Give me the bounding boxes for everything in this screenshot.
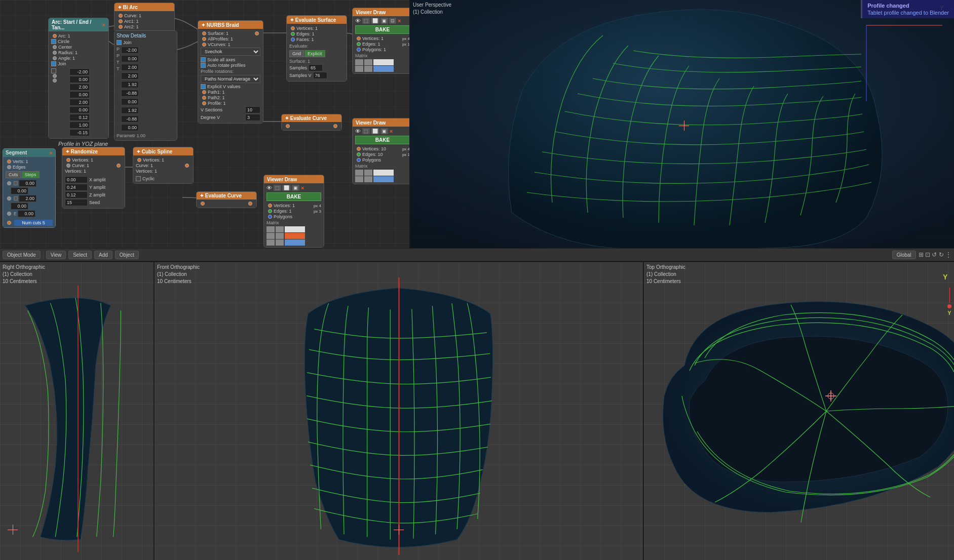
add-btn[interactable]: Add: [94, 251, 112, 259]
top-ortho-scene: Y: [644, 262, 954, 560]
svechok-select[interactable]: Svechok: [201, 48, 260, 56]
viewport-3d-main[interactable]: User Perspective (1) Collection Y Profil…: [410, 0, 954, 248]
viewport-front-ortho[interactable]: Front Orthographic (1) Collection 10 Cen…: [155, 262, 644, 560]
explicit-btn[interactable]: Explicit: [304, 50, 325, 57]
toolbar-icons: ⊞ ⊡ ↺ ↻ ⋮: [919, 251, 951, 258]
node-segment[interactable]: Segment × Verts: 1 Edges Cuts Steps: [3, 148, 56, 228]
main-toolbar[interactable]: Object Mode View Select Add Object Globa…: [0, 248, 954, 261]
eval-surface-header: ✦ Evaluate Surface ×: [287, 16, 347, 24]
front-ortho-scene: [155, 262, 643, 560]
arc-circle-row: Circle: [51, 39, 106, 44]
arc-values: -2.00 0.00 2.00 0.00 2.00 0.00 0.12 1.00…: [51, 68, 106, 137]
x-amplit-input[interactable]: [65, 176, 88, 183]
viewer-draw-2-header: Viewer Draw ×: [353, 118, 410, 127]
swatch-4: [355, 66, 363, 72]
cubic-spline-header: ✦ Cubic Spline ×: [133, 147, 193, 155]
num-cuts-display: Num cuts 5: [14, 220, 53, 226]
node-evaluate-curve[interactable]: ✦ Evaluate Curve: [281, 114, 342, 131]
scale-axes-check[interactable]: [201, 57, 206, 62]
viewport-top-ortho[interactable]: Y Top Orthographic (1) Collection 10 Cen…: [644, 262, 954, 560]
segment-header: Segment ×: [3, 149, 55, 157]
show-details-body: Show Details Join P P T T -2.00 0.00: [115, 31, 177, 140]
samples-input[interactable]: [309, 64, 323, 71]
swatch-1: [355, 59, 363, 65]
node-cubic-spline[interactable]: ✦ Cubic Spline × Vertices: 1 Curve: 1 Ve…: [133, 147, 194, 184]
node-show-details[interactable]: Show Details Join P P T T -2.00 0.00: [114, 30, 177, 141]
svg-text:Y: Y: [943, 273, 948, 281]
viewer-draw-3-header: Viewer Draw ×: [264, 175, 324, 183]
eval-curve-bottom-body: [197, 199, 256, 208]
bi-arc-body: Curve: 1 Arc1: 1 Arc2: 1: [115, 11, 174, 31]
x-axis-dot: [947, 304, 951, 308]
viewport-right-ortho[interactable]: Right Orthographic (1) Collection 10 Cen…: [0, 262, 155, 560]
arc-radius-row: Radius: 1: [51, 50, 106, 55]
param-label: Parametr 1.00: [117, 133, 175, 138]
arc-angle-row: Angle: 1: [51, 56, 106, 61]
z-amplit-input[interactable]: [65, 191, 88, 198]
bottom-section: Right Orthographic (1) Collection 10 Cen…: [0, 261, 954, 560]
object-btn[interactable]: Object: [115, 251, 139, 259]
node-nurbs-braid[interactable]: ✦ NURBS Braid × Surface: 1 AllProfiles: …: [198, 20, 263, 124]
cuts-btn[interactable]: Cuts: [6, 171, 21, 178]
degree-v-input[interactable]: [245, 114, 260, 121]
swatch-6: [373, 66, 394, 72]
grid-btn[interactable]: Grid: [289, 50, 304, 57]
swatch-3: [373, 59, 394, 65]
node-editor[interactable]: Arc: Start / End / Tan... × Arc: 1 Circl…: [0, 0, 410, 248]
node-eval-curve-bottom[interactable]: ✦ Evaluate Curve: [196, 191, 257, 208]
arc-node-header: Arc: Start / End / Tan... ×: [49, 18, 108, 31]
node-viewer-draw-3[interactable]: Viewer Draw × 👁 ⬚ ⬜ ▣ × BAKE: [263, 175, 324, 248]
viewer-draw-3-body: 👁 ⬚ ⬜ ▣ × BAKE Vertices: 1 px 4: [264, 183, 324, 247]
node-bi-arc[interactable]: ✦ Bi Arc × Curve: 1 Arc1: 1 Arc2: 1: [114, 3, 175, 32]
main-container: Arc: Start / End / Tan... × Arc: 1 Circl…: [0, 0, 954, 560]
right-ortho-scene: [0, 262, 154, 560]
node-arc-start[interactable]: Arc: Start / End / Tan... × Arc: 1 Circl…: [48, 18, 109, 139]
method-select[interactable]: Paths Normal Average: [201, 75, 260, 83]
swatch-5: [364, 66, 372, 72]
auto-rotate-check[interactable]: [201, 63, 206, 68]
randomize-header: ✦ Randomize ×: [62, 147, 125, 155]
viewer-draw-2-body: 👁 ⬚ ⬜ ▣ × BAKE Vertices: 10 px 4: [353, 127, 410, 184]
select-btn[interactable]: Select: [68, 251, 92, 259]
evaluate-buttons: Grid Explicit: [289, 50, 344, 57]
eval-curve-header: ✦ Evaluate Curve: [282, 114, 341, 122]
nurbs-braid-header: ✦ NURBS Braid ×: [198, 21, 263, 29]
axis-widget: Y: [947, 288, 951, 316]
bake-btn-2[interactable]: BAKE: [355, 136, 410, 144]
viewer-draw-1-header: Viewer Draw ×: [353, 8, 410, 16]
v-sections-input[interactable]: [245, 106, 260, 113]
segment-body: Verts: 1 Edges Cuts Steps 0.00: [3, 157, 55, 227]
object-mode-btn[interactable]: Object Mode: [3, 251, 41, 259]
profile-rot-label: Profile rotations:: [201, 69, 260, 74]
arc-row-1: Arc: 1: [51, 33, 106, 38]
socket-arc: [53, 34, 57, 38]
viewer-draw-1-body: 👁 ⬚ ⬜ ▣ ⊡ × BAKE Vertices: 1 px 4: [353, 16, 410, 73]
seed-input[interactable]: [65, 199, 88, 206]
explicit-v-check[interactable]: [201, 84, 206, 89]
view-btn[interactable]: View: [46, 251, 66, 259]
cuts-steps-pair: Cuts Steps: [6, 171, 53, 178]
global-btn[interactable]: Global: [892, 251, 916, 259]
right-ortho-crosshair: [8, 525, 18, 535]
arc-center-row: Center: [51, 45, 106, 50]
y-amplit-input[interactable]: [65, 184, 88, 191]
bake-btn-3[interactable]: BAKE: [266, 192, 321, 201]
eval-curve-bottom-header: ✦ Evaluate Curve: [197, 192, 256, 199]
nurbs-braid-body: Surface: 1 AllProfiles: 1 VCurves: 1 Sve…: [198, 29, 263, 123]
y-axis-top-label: Y: [947, 310, 951, 316]
node-evaluate-surface[interactable]: ✦ Evaluate Surface × Vertices: 1 Edges: …: [286, 15, 347, 82]
node-viewer-draw-1[interactable]: Viewer Draw × 👁 ⬚ ⬜ ▣ ⊡ × BAKE: [352, 8, 410, 74]
profile-label: Profile in YOZ plane: [58, 141, 108, 147]
socket-angle: [53, 56, 57, 60]
bake-btn-1[interactable]: BAKE: [355, 25, 410, 34]
samples-v-input[interactable]: [313, 72, 327, 79]
eval-surface-body: Vertices: 1 Edges: 1 Faces: 1 Evaluate: …: [287, 24, 347, 81]
arc-checkbox[interactable]: [51, 39, 56, 44]
socket-center: [53, 45, 57, 49]
arc-join-check[interactable]: [51, 61, 56, 66]
bi-arc-header: ✦ Bi Arc ×: [115, 3, 174, 11]
node-viewer-draw-2[interactable]: Viewer Draw × 👁 ⬚ ⬜ ▣ × BAKE: [352, 118, 410, 184]
top-section: Arc: Start / End / Tan... × Arc: 1 Circl…: [0, 0, 954, 248]
steps-btn[interactable]: Steps: [22, 171, 40, 178]
node-randomize[interactable]: ✦ Randomize × Vertices: 1 Curve: 1 Verti…: [62, 147, 125, 209]
